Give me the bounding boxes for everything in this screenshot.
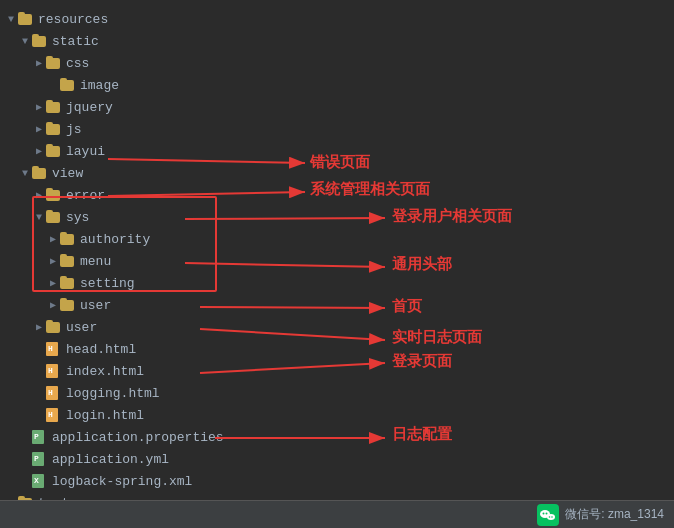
expand-arrow[interactable] [18, 36, 32, 47]
props-file-icon [32, 452, 48, 466]
html-file-icon [46, 364, 62, 378]
folder-icon [46, 57, 62, 69]
item-label: menu [80, 254, 111, 269]
file-tree: resources static css image jquery js [0, 0, 674, 528]
expand-arrow[interactable] [4, 14, 18, 25]
tree-item[interactable]: menu [0, 250, 674, 272]
expand-arrow[interactable] [32, 321, 46, 333]
tree-item[interactable]: user [0, 316, 674, 338]
item-label: view [52, 166, 83, 181]
folder-icon [32, 35, 48, 47]
tree-item[interactable]: static [0, 30, 674, 52]
expand-arrow[interactable] [46, 255, 60, 267]
item-label: user [80, 298, 111, 313]
annotation-login: 登录页面 [392, 352, 452, 371]
tree-item[interactable]: index.html [0, 360, 674, 382]
folder-icon [32, 167, 48, 179]
props-file-icon [32, 430, 48, 444]
item-label: head.html [66, 342, 136, 357]
expand-arrow[interactable] [32, 57, 46, 69]
tree-item[interactable]: jquery [0, 96, 674, 118]
tree-item[interactable]: head.html [0, 338, 674, 360]
item-label: error [66, 188, 105, 203]
html-file-icon [46, 386, 62, 400]
annotation-logging: 实时日志页面 [392, 328, 482, 347]
expand-arrow[interactable] [32, 189, 46, 201]
item-label: authority [80, 232, 150, 247]
wechat-badge: 微信号: zma_1314 [537, 504, 664, 526]
tree-item[interactable]: css [0, 52, 674, 74]
item-label: resources [38, 12, 108, 27]
folder-icon [46, 101, 62, 113]
item-label: jquery [66, 100, 113, 115]
tree-item[interactable]: user [0, 294, 674, 316]
item-label: static [52, 34, 99, 49]
expand-arrow[interactable] [18, 168, 32, 179]
svg-point-14 [551, 516, 553, 518]
html-file-icon [46, 342, 62, 356]
folder-icon [60, 79, 76, 91]
folder-icon [60, 233, 76, 245]
annotation-authority: 登录用户相关页面 [392, 207, 512, 226]
item-label: layui [66, 144, 105, 159]
expand-arrow[interactable] [32, 212, 46, 223]
tree-item[interactable]: logging.html [0, 382, 674, 404]
expand-arrow[interactable] [46, 277, 60, 289]
item-label: user [66, 320, 97, 335]
wechat-icon [537, 504, 559, 526]
folder-icon [46, 189, 62, 201]
item-label: logging.html [66, 386, 160, 401]
svg-point-10 [543, 512, 545, 514]
expand-arrow[interactable] [32, 101, 46, 113]
tree-item[interactable]: logback-spring.xml [0, 470, 674, 492]
xml-file-icon [32, 474, 48, 488]
tree-item[interactable]: application.properties [0, 426, 674, 448]
svg-point-12 [547, 514, 555, 520]
item-label: logback-spring.xml [52, 474, 192, 489]
html-file-icon [46, 408, 62, 422]
svg-point-11 [546, 512, 548, 514]
folder-icon [60, 255, 76, 267]
folder-icon [46, 211, 62, 223]
annotation-error: 错误页面 [310, 153, 370, 172]
expand-arrow[interactable] [32, 145, 46, 157]
annotation-sys: 系统管理相关页面 [310, 180, 430, 199]
tree-item[interactable]: js [0, 118, 674, 140]
item-label: application.properties [52, 430, 224, 445]
annotation-logback: 日志配置 [392, 425, 452, 444]
folder-icon [18, 13, 34, 25]
folder-icon [46, 123, 62, 135]
svg-point-13 [549, 516, 551, 518]
item-label: js [66, 122, 82, 137]
expand-arrow[interactable] [32, 123, 46, 135]
annotation-index: 首页 [392, 297, 422, 316]
expand-arrow[interactable] [46, 299, 60, 311]
folder-icon [60, 299, 76, 311]
tree-item[interactable]: setting [0, 272, 674, 294]
tree-item[interactable]: application.yml [0, 448, 674, 470]
tree-item[interactable]: image [0, 74, 674, 96]
item-label: application.yml [52, 452, 169, 467]
bottom-bar: 微信号: zma_1314 [0, 500, 674, 528]
expand-arrow[interactable] [46, 233, 60, 245]
wechat-label: 微信号: zma_1314 [565, 506, 664, 523]
tree-item[interactable]: resources [0, 8, 674, 30]
item-label: index.html [66, 364, 144, 379]
folder-icon [46, 145, 62, 157]
item-label: css [66, 56, 89, 71]
folder-icon [46, 321, 62, 333]
tree-item[interactable]: sys [0, 206, 674, 228]
item-label: image [80, 78, 119, 93]
tree-item[interactable]: authority [0, 228, 674, 250]
annotation-head: 通用头部 [392, 255, 452, 274]
item-label: setting [80, 276, 135, 291]
folder-icon [60, 277, 76, 289]
item-label: sys [66, 210, 89, 225]
tree-item[interactable]: login.html [0, 404, 674, 426]
item-label: login.html [66, 408, 144, 423]
